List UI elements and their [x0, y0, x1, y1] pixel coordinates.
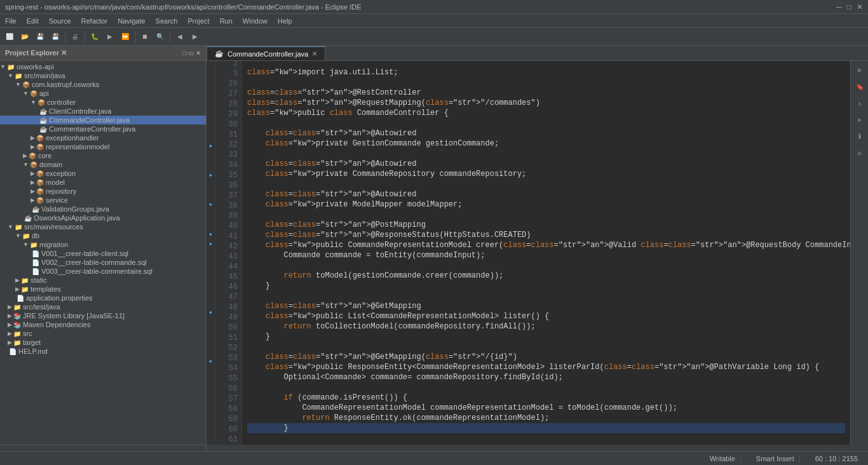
tb-prev[interactable]: ◀ [173, 30, 187, 44]
tree-item-ClientController[interactable]: ☕ClientController.java [0, 107, 206, 116]
tree-tri-api[interactable]: ▼ [23, 90, 29, 97]
line-num-2: 2 [218, 61, 238, 69]
tree-tri-domain[interactable]: ▼ [23, 161, 29, 168]
menu-source[interactable]: Source [44, 16, 76, 26]
tree-item-com-kastrupf[interactable]: ▼📦com.kastrupf.osworks [0, 80, 206, 89]
main-area: Project Explorer ✕ □ ▭ ✕ ▼📁osworks-api▼📁… [0, 46, 868, 451]
tree-tri-osworks-api[interactable]: ▼ [0, 64, 6, 70]
tree-item-exceptionhandler[interactable]: ▶📦exceptionhandler [0, 133, 206, 142]
tree-item-osworks-api[interactable]: ▼📁osworks-api [0, 62, 206, 71]
menu-project[interactable]: Project [182, 16, 214, 26]
menu-refactor[interactable]: Refactor [76, 16, 113, 26]
tb-debug[interactable]: 🐛 [88, 30, 102, 44]
tree-item-src-test-java[interactable]: ▶📁src/test/java [0, 302, 206, 311]
tree-item-model[interactable]: ▶📦model [0, 178, 206, 187]
maximize-button[interactable]: □ [847, 3, 851, 11]
annotation-33 [207, 160, 215, 170]
tree-tri-core[interactable]: ▶ [23, 152, 27, 159]
tree-item-domain[interactable]: ▼📦domain [0, 160, 206, 169]
tree-item-target[interactable]: ▶📁target [0, 338, 206, 347]
ri-info[interactable]: ℹ [853, 130, 867, 144]
tree-item-CommandeController[interactable]: ☕CommandeController.java [0, 116, 206, 125]
tree-item-OsworksApiApplication[interactable]: ☕OsworksApiApplication.java [0, 213, 206, 222]
tree-tri-service[interactable]: ▶ [31, 197, 35, 203]
tree-tri-migration[interactable]: ▼ [23, 241, 29, 248]
ri-error[interactable]: ✕ [853, 113, 867, 127]
tree-tri-static[interactable]: ▶ [15, 277, 20, 283]
menu-file[interactable]: File [0, 16, 22, 26]
tree-item-controller[interactable]: ▼📦controller [0, 98, 206, 107]
tree-item-repository[interactable]: ▶📦repository [0, 187, 206, 196]
tree-item-JRE[interactable]: ▶📚JRE System Library [JavaSE-11] [0, 311, 206, 320]
tree-tri-controller[interactable]: ▼ [31, 99, 36, 105]
tree-item-representationmodel[interactable]: ▶📦representationmodel [0, 142, 206, 151]
tree-item-src-main-java[interactable]: ▼📁src/main/java [0, 71, 206, 80]
tab-commande-controller[interactable]: ☕ CommandeController.java ✕ [207, 46, 325, 60]
tree-tri-model[interactable]: ▶ [31, 179, 35, 185]
code-editor[interactable]: class="kw">package com.kastrupf.osworks.… [242, 61, 850, 445]
ri-outline[interactable]: ≡ [853, 64, 867, 78]
tree-item-static[interactable]: ▶📁static [0, 276, 206, 285]
tree-item-ValidationGroups[interactable]: ☕ValidationGroups.java [0, 205, 206, 213]
tb-save[interactable]: 💾 [33, 30, 47, 44]
project-tree[interactable]: ▼📁osworks-api▼📁src/main/java▼📦com.kastru… [0, 61, 206, 445]
menu-window[interactable]: Window [238, 16, 273, 26]
tree-item-api[interactable]: ▼📦api [0, 89, 206, 98]
tree-tri-repository[interactable]: ▶ [31, 188, 35, 194]
menu-help[interactable]: Help [273, 16, 297, 26]
explorer-controls[interactable]: □ ▭ ✕ [182, 50, 201, 57]
horizontal-scrollbar[interactable] [207, 445, 868, 451]
tb-print[interactable]: 🖨 [68, 30, 82, 44]
tree-item-application-properties[interactable]: 📄application.properties [0, 293, 206, 302]
tb-new[interactable]: ⬜ [3, 30, 17, 44]
tree-tri-src[interactable]: ▶ [8, 330, 12, 337]
tree-tri-exception[interactable]: ▶ [31, 170, 35, 177]
ri-warning[interactable]: ⚠ [853, 97, 867, 111]
tree-tri-templates[interactable]: ▶ [15, 286, 20, 292]
menu-search[interactable]: Search [151, 16, 183, 26]
tree-tri-representationmodel[interactable]: ▶ [31, 144, 35, 150]
tab-close-button[interactable]: ✕ [312, 50, 317, 57]
menu-run[interactable]: Run [215, 16, 238, 26]
tree-label-V003: V003__creer-table-commentaire.sql [41, 267, 153, 275]
tree-tri-com-kastrupf[interactable]: ▼ [15, 81, 21, 88]
menu-navigate[interactable]: Navigate [112, 16, 150, 26]
tb-saveall[interactable]: 💾 [48, 30, 62, 44]
ri-task[interactable]: ☑ [853, 146, 867, 160]
close-button[interactable]: ✕ [857, 3, 863, 11]
tree-tri-target[interactable]: ▶ [8, 339, 12, 346]
tb-stop[interactable]: ⏹ [138, 30, 152, 44]
tree-tri-JRE[interactable]: ▶ [8, 313, 12, 319]
tb-open[interactable]: 📂 [18, 30, 32, 44]
tree-tri-exceptionhandler[interactable]: ▶ [31, 135, 35, 141]
tree-item-V001[interactable]: 📄V001__creer-table-client.sql [0, 249, 206, 258]
tree-item-templates[interactable]: ▶📁templates [0, 285, 206, 293]
tb-run2[interactable]: ⏩ [118, 30, 132, 44]
menu-edit[interactable]: Edit [22, 16, 44, 26]
tree-item-V002[interactable]: 📄V002__creer-table-commande.sql [0, 258, 206, 267]
tree-item-db[interactable]: ▼📁db [0, 231, 206, 240]
tree-item-exception[interactable]: ▶📦exception [0, 169, 206, 178]
minimize-button[interactable]: ─ [836, 3, 842, 11]
tree-item-core[interactable]: ▶📦core [0, 151, 206, 160]
tree-tri-src-test-java[interactable]: ▶ [8, 304, 12, 310]
tree-item-src-main-resources[interactable]: ▼📁src/main/resources [0, 222, 206, 231]
tree-tri-db[interactable]: ▼ [15, 232, 21, 239]
tb-run[interactable]: ▶ [103, 30, 117, 44]
line-num-32: 32 [218, 140, 238, 150]
tree-tri-src-main-resources[interactable]: ▼ [8, 224, 13, 230]
tree-tri-Maven[interactable]: ▶ [8, 321, 12, 328]
tree-item-HELP[interactable]: 📄HELP.md [0, 347, 206, 356]
tree-item-src[interactable]: ▶📁src [0, 329, 206, 338]
tree-tri-src-main-java[interactable]: ▼ [8, 72, 13, 79]
tree-item-Maven[interactable]: ▶📚Maven Dependencies [0, 320, 206, 329]
ri-bookmark[interactable]: 🔖 [853, 80, 867, 94]
tree-item-CommentaireController[interactable]: ☕CommentaireController.java [0, 125, 206, 133]
tree-item-V003[interactable]: 📄V003__creer-table-commentaire.sql [0, 267, 206, 276]
sidebar-horizontal-scrollbar[interactable] [0, 445, 206, 451]
tb-next[interactable]: ▶ [188, 30, 202, 44]
window-controls[interactable]: ─ □ ✕ [836, 3, 863, 11]
tb-search[interactable]: 🔍 [153, 30, 167, 44]
tree-item-service[interactable]: ▶📦service [0, 196, 206, 205]
tree-item-migration[interactable]: ▼📁migration [0, 240, 206, 249]
